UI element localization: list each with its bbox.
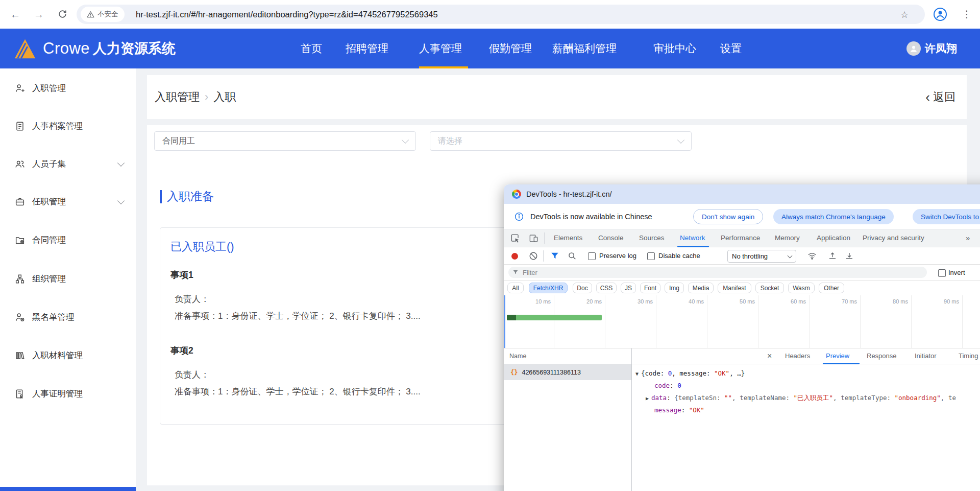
tab-headers[interactable]: Headers [785, 348, 810, 364]
chip-fetch-xhr[interactable]: Fetch/XHR [529, 283, 568, 293]
nav-item-attendance[interactable]: 假勤管理 [489, 29, 532, 68]
clear-icon[interactable] [529, 251, 538, 261]
tab-network[interactable]: Network [680, 229, 705, 247]
sidebar-item-personnel-files[interactable]: 人事档案管理 [0, 114, 136, 138]
chip-img[interactable]: Img [665, 283, 684, 293]
user-avatar[interactable] [906, 41, 921, 56]
switch-language-button[interactable]: Switch DevTools to Chinese [913, 209, 980, 224]
triangle-down-icon[interactable]: ▼ [635, 371, 639, 377]
nav-item-home[interactable]: 首页 [301, 29, 322, 68]
json-preview-data-field[interactable]: ▶data: {templateSn: "", templateName: "已… [646, 394, 956, 403]
tab-privacy-security[interactable]: Privacy and security [863, 229, 924, 247]
employment-type-select[interactable]: 合同用工 [154, 131, 416, 151]
sidebar-item-position-mgmt[interactable]: 任职管理 [0, 190, 136, 214]
json-text: , message: [672, 369, 714, 377]
profile-icon[interactable] [933, 7, 947, 21]
preserve-log-checkbox[interactable] [588, 252, 596, 260]
dont-show-again-button[interactable]: Don't show again [693, 209, 763, 224]
sidebar-item-hr-certificates[interactable]: 人事证明管理 [0, 382, 136, 406]
chip-media[interactable]: Media [688, 283, 714, 293]
pane-divider[interactable] [631, 348, 632, 491]
sidebar-item-blacklist[interactable]: 黑名单管理 [0, 305, 136, 330]
nav-item-payroll[interactable]: 薪酬福利管理 [552, 29, 617, 68]
reload-icon[interactable] [54, 7, 70, 22]
user-name[interactable]: 许凤翔 [925, 29, 957, 68]
sidebar-item-onboarding[interactable]: 入职管理 [0, 76, 136, 101]
nav-item-recruit[interactable]: 招聘管理 [346, 29, 388, 68]
tab-preview[interactable]: Preview [826, 348, 849, 364]
invert-label[interactable]: Invert [948, 265, 965, 280]
bookmark-star-icon[interactable]: ☆ [900, 9, 909, 20]
secondary-select[interactable]: 请选择 [430, 131, 692, 151]
chip-wasm[interactable]: Wasm [788, 283, 815, 293]
tab-memory[interactable]: Memory [775, 229, 800, 247]
tab-performance[interactable]: Performance [721, 229, 760, 247]
chip-socket[interactable]: Socket [755, 283, 784, 293]
network-conditions-icon[interactable] [807, 251, 817, 261]
filter-funnel-icon[interactable] [550, 251, 559, 261]
tab-console[interactable]: Console [598, 229, 624, 247]
banner-message: DevTools is now available in Chinese [530, 204, 652, 229]
chip-js[interactable]: JS [621, 283, 636, 293]
device-toolbar-icon[interactable] [529, 233, 538, 243]
tab-initiator[interactable]: Initiator [915, 348, 937, 364]
contract-folder-icon [14, 235, 26, 246]
chip-font[interactable]: Font [640, 283, 660, 293]
sidebar-item-personnel-subset[interactable]: 人员子集 [0, 152, 136, 176]
record-icon[interactable] [511, 253, 518, 260]
preserve-log-label[interactable]: Preserve log [599, 247, 636, 265]
tab-application[interactable]: Application [817, 229, 850, 247]
nav-item-settings[interactable]: 设置 [720, 29, 742, 68]
chip-other[interactable]: Other [819, 283, 844, 293]
back-icon[interactable]: ← [7, 7, 23, 22]
nav-item-approval[interactable]: 审批中心 [653, 29, 696, 68]
export-har-icon[interactable] [845, 251, 854, 261]
chip-doc[interactable]: Doc [573, 283, 592, 293]
security-chip[interactable]: 不安全 [81, 7, 125, 22]
url-text[interactable]: hr-test.zjf-it.cn/#/hr-anagement/editonb… [136, 5, 438, 24]
filter-input[interactable]: Filter [508, 267, 927, 278]
breadcrumb-parent[interactable]: 入职管理 [155, 89, 200, 105]
disable-cache-label[interactable]: Disable cache [658, 247, 700, 265]
chip-all[interactable]: All [507, 283, 524, 293]
match-language-button[interactable]: Always match Chrome's language [773, 209, 894, 224]
chip-css[interactable]: CSS [596, 283, 617, 293]
tab-elements[interactable]: Elements [554, 229, 582, 247]
disable-cache-checkbox[interactable] [647, 252, 655, 260]
browser-menu-icon[interactable]: ⋮ [962, 7, 972, 22]
sidebar-item-label: 黑名单管理 [32, 312, 75, 323]
json-preview-root[interactable]: ▼{code: 0, message: "OK", …} [635, 369, 745, 377]
more-tabs-icon[interactable]: » [966, 229, 970, 247]
triangle-right-icon[interactable]: ▶ [646, 395, 649, 401]
nav-item-hr[interactable]: 人事管理 [419, 29, 462, 68]
search-icon[interactable] [568, 251, 577, 261]
tab-response[interactable]: Response [867, 348, 897, 364]
json-text: : [667, 394, 674, 402]
tab-sources[interactable]: Sources [639, 229, 665, 247]
sidebar-item-org-mgmt[interactable]: 组织管理 [0, 267, 136, 291]
back-button[interactable]: ‹ 返回 [920, 75, 961, 119]
devtools-titlebar[interactable]: DevTools - hr-test.zjf-it.cn/ [504, 184, 980, 204]
throttling-select[interactable]: No throttling [727, 250, 796, 263]
name-column-header[interactable]: Name [504, 348, 631, 364]
forward-icon[interactable]: → [31, 7, 47, 22]
invert-checkbox[interactable] [938, 269, 946, 277]
close-icon[interactable]: × [767, 348, 772, 364]
inspect-element-icon[interactable] [510, 233, 520, 243]
section-title: 入职准备 [167, 189, 214, 204]
sidebar-item-contract-mgmt[interactable]: 合同管理 [0, 228, 136, 252]
filter-funnel-icon [512, 269, 519, 275]
network-overview-timeline[interactable]: 10 ms 20 ms 30 ms 40 ms 50 ms 60 ms 70 m… [504, 295, 980, 348]
json-text: {code: [641, 369, 668, 377]
time-tick-label: 70 ms [827, 298, 857, 305]
url-bar[interactable]: 不安全 hr-test.zjf-it.cn/#/hr-anagement/edi… [77, 5, 925, 24]
tab-timing[interactable]: Timing [959, 348, 978, 364]
sidebar-item-label: 入职管理 [32, 83, 66, 94]
timeline-selection-handle[interactable] [504, 295, 505, 348]
chevron-down-icon [117, 159, 125, 167]
import-har-icon[interactable] [828, 251, 837, 261]
gridline [707, 295, 707, 348]
sidebar-item-onboarding-materials[interactable]: 入职材料管理 [0, 343, 136, 368]
request-row-selected[interactable]: {} 42665693111386113 [504, 364, 631, 380]
chip-manifest[interactable]: Manifest [718, 283, 751, 293]
